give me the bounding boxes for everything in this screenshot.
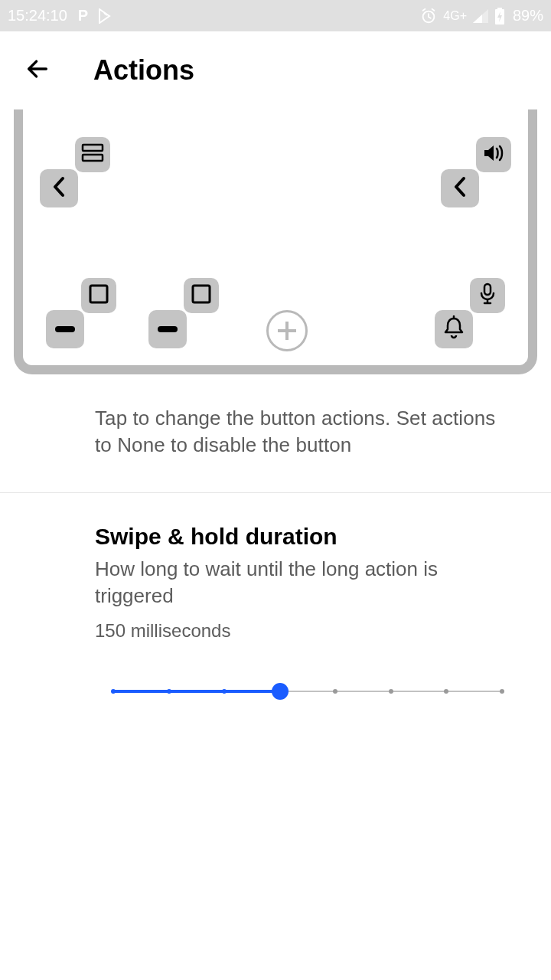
mic-icon	[478, 283, 497, 309]
dash-icon	[158, 326, 178, 332]
list-rows-icon	[81, 143, 104, 166]
action-slot-bottom-3: +	[266, 310, 305, 348]
action-primary-top-right[interactable]	[441, 169, 479, 207]
slider-tick	[500, 689, 504, 694]
slider-tick	[333, 689, 337, 694]
add-action-button[interactable]: +	[266, 310, 308, 351]
actions-preview-frame: +	[14, 109, 537, 374]
status-time: 15:24:10	[8, 7, 67, 24]
square-outline-icon	[88, 283, 109, 308]
svg-rect-3	[83, 145, 103, 151]
swipe-hold-title: Swipe & hold duration	[95, 524, 520, 550]
slider-thumb[interactable]	[272, 683, 289, 700]
slider-track-fill	[113, 690, 280, 693]
swipe-hold-description: How long to wait until the long action i…	[95, 556, 520, 609]
volume-icon	[482, 143, 505, 166]
action-primary-top-left[interactable]	[40, 169, 78, 207]
svg-rect-7	[484, 284, 491, 295]
arrow-left-icon	[24, 56, 51, 85]
slider-tick	[389, 689, 393, 694]
action-secondary-top-right[interactable]	[476, 137, 511, 172]
svg-rect-4	[83, 155, 103, 161]
slider-tick	[167, 689, 171, 694]
action-slot-bottom-1	[46, 278, 116, 348]
action-primary-bottom-2[interactable]	[148, 310, 187, 348]
square-outline-icon	[191, 283, 212, 308]
page-title: Actions	[93, 54, 194, 87]
svg-rect-5	[90, 286, 107, 302]
alarm-icon	[420, 8, 437, 24]
slider-tick	[111, 689, 116, 694]
action-secondary-bottom-2[interactable]	[184, 278, 219, 313]
swipe-hold-value: 150 milliseconds	[95, 620, 520, 642]
svg-rect-2	[497, 8, 502, 9]
action-primary-bottom-1[interactable]	[46, 310, 84, 348]
action-slot-top-right	[441, 137, 511, 207]
p-icon: P	[78, 7, 88, 24]
back-button[interactable]	[18, 51, 57, 90]
chevron-left-icon	[51, 175, 67, 201]
chevron-left-icon	[452, 175, 468, 201]
battery-percent: 89%	[513, 7, 543, 24]
swipe-hold-slider[interactable]	[113, 680, 502, 703]
app-header: Actions	[0, 31, 551, 109]
play-store-icon	[99, 8, 112, 24]
action-secondary-bottom-4[interactable]	[470, 278, 505, 313]
actions-hint-text: Tap to change the button actions. Set ac…	[0, 374, 551, 492]
action-slot-bottom-2	[148, 278, 219, 348]
action-secondary-bottom-1[interactable]	[81, 278, 116, 313]
action-primary-bottom-4[interactable]	[435, 310, 473, 348]
cell-signal-icon	[473, 9, 488, 23]
action-secondary-top-left[interactable]	[75, 137, 110, 172]
battery-icon	[494, 8, 505, 24]
slider-tick	[222, 689, 227, 694]
action-slot-top-left	[40, 137, 110, 207]
swipe-hold-section: Swipe & hold duration How long to wait u…	[0, 493, 551, 703]
action-slot-bottom-4	[435, 278, 505, 348]
slider-tick	[444, 689, 448, 694]
status-bar: 15:24:10 P 4G+ 89%	[0, 0, 551, 31]
network-type-label: 4G+	[443, 9, 467, 23]
svg-rect-6	[193, 286, 210, 302]
bell-icon	[442, 315, 465, 343]
dash-icon	[55, 326, 75, 332]
